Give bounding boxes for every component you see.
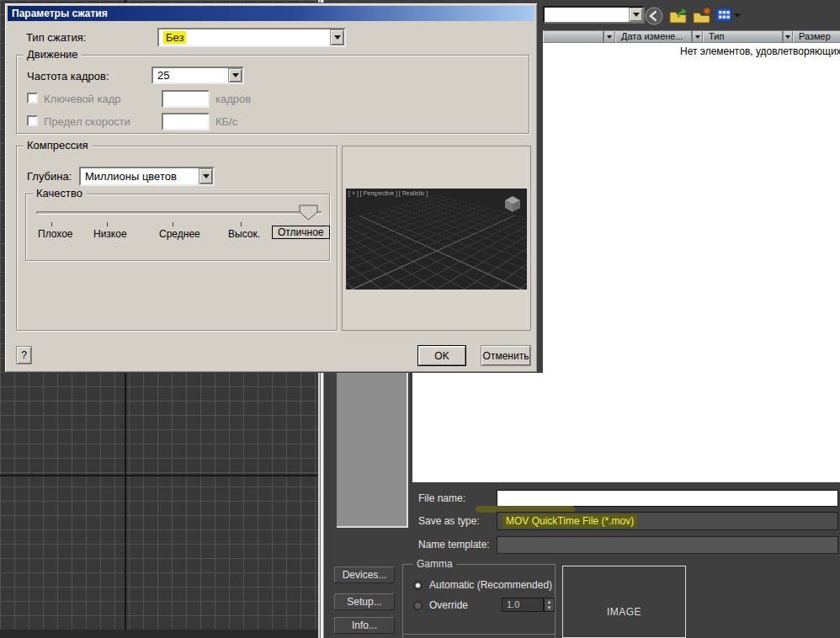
name-template-label: Name template: bbox=[418, 539, 490, 550]
motion-group: Движение Частота кадров: 25 Ключевой кад… bbox=[16, 55, 529, 134]
frame-rate-dropdown[interactable] bbox=[228, 68, 242, 82]
history-combobox[interactable] bbox=[543, 6, 645, 24]
column-header-name[interactable] bbox=[543, 30, 603, 43]
chevron-down-icon bbox=[203, 174, 210, 178]
keyframe-checkbox[interactable] bbox=[27, 93, 38, 104]
rate-limit-checkbox[interactable] bbox=[27, 115, 38, 126]
rate-limit-input[interactable] bbox=[162, 113, 210, 130]
depth-value: Миллионы цветов bbox=[81, 170, 199, 183]
quality-slider-track[interactable] bbox=[36, 211, 322, 215]
gamma-override-option[interactable]: Override 1.0 ▲▼ bbox=[413, 599, 468, 611]
chevron-down-icon bbox=[607, 35, 612, 39]
compression-group-label: Компрессия bbox=[24, 139, 92, 152]
setup-button[interactable]: Setup... bbox=[334, 593, 395, 610]
column-header-type[interactable]: Тип bbox=[703, 30, 783, 43]
gamma-value-field[interactable]: 1.0 bbox=[502, 598, 544, 612]
depth-dropdown[interactable] bbox=[199, 168, 213, 184]
chevron-down-icon bbox=[633, 13, 640, 17]
file-name-label: File name: bbox=[418, 492, 465, 504]
view-menu-icon[interactable] bbox=[715, 7, 732, 23]
ok-button[interactable]: OK bbox=[417, 345, 466, 366]
radio-icon[interactable] bbox=[413, 601, 423, 610]
quality-slider-thumb[interactable] bbox=[299, 205, 319, 221]
motion-group-label: Движение bbox=[24, 48, 82, 61]
places-panel[interactable] bbox=[337, 373, 408, 528]
keyframe-input[interactable] bbox=[162, 90, 210, 108]
column-headers: Дата измене... Тип Размер bbox=[543, 30, 840, 43]
slider-tick bbox=[107, 222, 108, 226]
compression-type-dropdown[interactable] bbox=[330, 29, 344, 45]
keyframe-unit-label: кадров bbox=[215, 93, 251, 105]
info-button[interactable]: Info... bbox=[334, 617, 395, 634]
compression-type-label: Тип сжатия: bbox=[26, 31, 86, 44]
back-icon[interactable] bbox=[645, 7, 663, 25]
column-filter-button[interactable] bbox=[603, 30, 615, 43]
chevron-down-icon bbox=[334, 35, 341, 40]
gamma-group: Gamma Automatic (Recommended) Override 1… bbox=[402, 564, 556, 635]
viewport-label: [ + ] [ Perspective ] [ Realistic ] bbox=[348, 190, 428, 196]
preview-image: [ + ] [ Perspective ] [ Realistic ] bbox=[346, 189, 527, 290]
dialog-titlebar[interactable]: Параметры сжатия bbox=[8, 6, 534, 21]
slider-tick bbox=[241, 222, 242, 226]
quality-level-high: Высок. bbox=[228, 228, 260, 240]
chevron-down-icon bbox=[695, 35, 700, 39]
compression-dialog: Параметры сжатия Тип сжатия: Без Движени… bbox=[4, 3, 538, 373]
chevron-down-icon bbox=[785, 35, 790, 39]
file-list[interactable] bbox=[412, 373, 544, 482]
slider-tick bbox=[51, 222, 52, 226]
quality-level-bad: Плохое bbox=[38, 228, 73, 240]
quality-level-medium: Среднее bbox=[159, 228, 200, 240]
save-type-select[interactable]: MOV QuickTime File (*.mov) bbox=[497, 512, 838, 530]
frame-rate-label: Частота кадров: bbox=[27, 70, 109, 82]
gamma-spinner[interactable]: ▲▼ bbox=[544, 598, 555, 612]
next-group-edge bbox=[402, 634, 556, 638]
rate-limit-unit-label: КБ/с bbox=[215, 115, 237, 128]
dialog-title: Параметры сжатия bbox=[12, 8, 108, 19]
depth-label: Глубина: bbox=[27, 170, 72, 183]
slider-tick bbox=[173, 222, 173, 226]
quality-group-label: Качество bbox=[33, 187, 86, 199]
quality-group: Качество Плохое Низкое Среднее Высок. От… bbox=[25, 194, 330, 261]
depth-combobox[interactable]: Миллионы цветов bbox=[79, 167, 215, 186]
image-preview-panel: IMAGE bbox=[562, 566, 686, 638]
save-type-label: Save as type: bbox=[418, 515, 480, 527]
save-type-value: MOV QuickTime File (*.mov) bbox=[502, 514, 637, 528]
viewcube-icon bbox=[504, 195, 521, 213]
grid-major-horizontal bbox=[0, 475, 318, 476]
compression-type-value: Без bbox=[163, 31, 186, 44]
compression-group: Компрессия Глубина: Миллионы цветов Каче… bbox=[16, 146, 338, 331]
gamma-override-label: Override bbox=[429, 599, 468, 611]
frame-rate-combobox[interactable]: 25 bbox=[152, 66, 244, 84]
column-header-size[interactable]: Размер bbox=[793, 30, 840, 43]
screen: Дата измене... Тип Размер Нет элементов,… bbox=[0, 0, 840, 638]
column-header-date[interactable]: Дата измене... bbox=[615, 30, 692, 43]
quality-level-selected: Отличное bbox=[272, 226, 330, 239]
help-button[interactable]: ? bbox=[16, 346, 32, 364]
file-name-input[interactable] bbox=[497, 490, 838, 507]
new-folder-icon[interactable] bbox=[692, 7, 712, 25]
view-menu-caret-icon[interactable] bbox=[734, 13, 741, 18]
chevron-down-icon bbox=[232, 73, 239, 77]
spinner-down-icon[interactable]: ▼ bbox=[547, 605, 552, 611]
preview-panel: [ + ] [ Perspective ] [ Realistic ] bbox=[342, 146, 531, 331]
column-filter-button[interactable] bbox=[692, 30, 703, 43]
gamma-group-label: Gamma bbox=[413, 558, 456, 570]
up-folder-icon[interactable] bbox=[668, 7, 688, 25]
devices-button[interactable]: Devices... bbox=[334, 566, 395, 583]
frame-rate-value: 25 bbox=[153, 69, 228, 82]
empty-list-message: Нет элементов, удовлетворяющих у bbox=[680, 45, 840, 57]
quality-level-low: Низкое bbox=[93, 228, 127, 240]
cancel-button[interactable]: Отменить bbox=[481, 345, 531, 366]
history-combobox-dropdown[interactable] bbox=[629, 8, 643, 22]
file-list[interactable] bbox=[543, 43, 840, 482]
gamma-automatic-option[interactable]: Automatic (Recommended) bbox=[413, 579, 552, 591]
spinner-up-icon[interactable]: ▲ bbox=[547, 599, 552, 605]
compression-type-combobox[interactable]: Без bbox=[157, 28, 346, 47]
name-template-input[interactable] bbox=[497, 536, 838, 554]
perspective-grid bbox=[346, 196, 527, 290]
radio-selected-icon[interactable] bbox=[413, 581, 423, 590]
column-filter-button[interactable] bbox=[783, 30, 793, 43]
keyframe-label: Ключевой кадр bbox=[44, 93, 121, 105]
track-bar bbox=[0, 630, 318, 638]
rate-limit-label: Предел скорости bbox=[44, 115, 130, 128]
